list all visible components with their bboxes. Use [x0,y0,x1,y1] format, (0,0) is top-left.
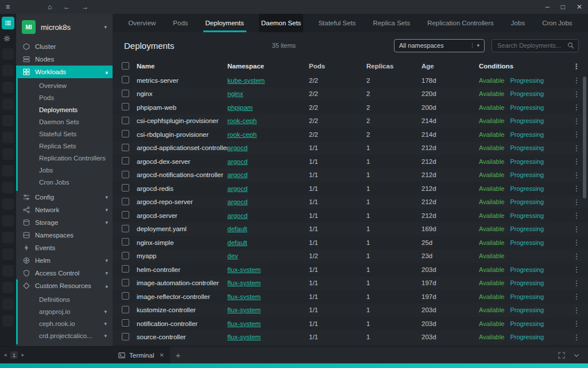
namespace-link[interactable]: rook-ceph [227,117,257,124]
row-checkbox[interactable] [122,306,129,313]
table-row[interactable]: argocd-dex-serverargocd1/11212dAvailable… [113,155,588,168]
condition-available[interactable]: Available [479,198,504,205]
tab-deployments[interactable]: Deployments [203,14,246,32]
row-menu-kebab-icon[interactable]: ⋮ [570,144,583,152]
table-row[interactable]: argocd-redisargocd1/11212dAvailableProgr… [113,182,588,195]
condition-available[interactable]: Available [479,131,504,138]
condition-available[interactable]: Available [479,144,504,151]
condition-progressing[interactable]: Progressing [510,306,544,313]
namespace-link[interactable]: argocd [227,171,247,178]
table-row[interactable]: helm-controllerflux-system1/11203dAvaila… [113,263,588,277]
condition-progressing[interactable]: Progressing [510,131,544,138]
namespace-link[interactable]: flux-system [227,306,261,313]
condition-progressing[interactable]: Progressing [510,293,544,300]
tab-jobs[interactable]: Jobs [509,14,527,32]
sidebar-item-namespaces[interactable]: Namespaces [16,229,113,241]
terminal-close-icon[interactable]: ✕ [159,352,164,358]
condition-progressing[interactable]: Progressing [510,279,544,286]
table-scrollbar[interactable] [583,76,586,198]
column-replicas[interactable]: Replicas [366,63,421,70]
row-menu-kebab-icon[interactable]: ⋮ [570,103,583,112]
namespace-link[interactable]: argocd [227,212,247,219]
maximize-button[interactable]: □ [555,0,571,14]
page-prev-icon[interactable]: ◄ [3,352,7,358]
sidebar-subitem-pods[interactable]: Pods [16,92,113,104]
table-row[interactable]: argocd-repo-serverargocd1/11212dAvailabl… [113,195,588,209]
namespace-link[interactable]: argocd [227,185,247,192]
condition-available[interactable]: Available [479,90,504,97]
row-checkbox[interactable] [122,144,129,151]
catalog-button[interactable] [2,17,14,29]
row-checkbox[interactable] [122,198,129,205]
row-menu-kebab-icon[interactable]: ⋮ [570,157,583,166]
column-conditions[interactable]: Conditions [479,63,570,70]
close-button[interactable]: ✕ [571,0,588,14]
condition-available[interactable]: Available [479,104,504,111]
row-menu-kebab-icon[interactable]: ⋮ [570,333,583,342]
condition-available[interactable]: Available [479,77,504,84]
search-input[interactable] [496,41,567,49]
tab-replica-sets[interactable]: Replica Sets [371,14,413,32]
row-menu-kebab-icon[interactable]: ⋮ [570,319,583,328]
column-namespace[interactable]: Namespace [227,63,309,70]
table-row[interactable]: deployment.yamldefault1/11169dAvailableP… [113,223,588,236]
row-checkbox[interactable] [122,103,129,110]
row-checkbox[interactable] [122,90,129,97]
condition-available[interactable]: Available [479,320,504,327]
table-row[interactable]: csi-cephfsplugin-provisionerrook-ceph2/2… [113,114,588,128]
row-menu-kebab-icon[interactable]: ⋮ [570,130,583,139]
page-next-icon[interactable]: ► [21,352,25,358]
row-checkbox[interactable] [122,265,129,273]
sidebar-subitem-cron-jobs[interactable]: Cron Jobs [16,177,113,189]
sidebar-subitem-stateful-sets[interactable]: Stateful Sets [16,128,113,140]
row-checkbox[interactable] [122,130,129,137]
sidebar-subitem-crd-projectcalico[interactable]: crd.projectcalico...▾ [16,330,113,342]
sidebar-subitem-replication-controllers[interactable]: Replication Controllers [16,152,113,164]
forward-icon[interactable]: → [76,0,94,14]
table-row[interactable]: image-automation-controllerflux-system1/… [113,277,588,290]
namespace-link[interactable]: flux-system [227,293,261,300]
condition-available[interactable]: Available [479,239,504,246]
namespace-link[interactable]: argocd [227,144,247,151]
namespace-link[interactable]: flux-system [227,334,261,340]
condition-progressing[interactable]: Progressing [510,144,544,151]
condition-progressing[interactable]: Progressing [510,225,544,232]
sidebar-item-network[interactable]: Network▾ [16,204,113,216]
row-menu-kebab-icon[interactable]: ⋮ [570,211,583,220]
table-row[interactable]: image-reflector-controllerflux-system1/1… [113,290,588,304]
row-checkbox[interactable] [122,279,129,286]
condition-progressing[interactable]: Progressing [510,171,544,178]
column-pods[interactable]: Pods [309,63,366,70]
row-checkbox[interactable] [122,333,129,340]
sidebar-item-workloads[interactable]: Workloads▴ [16,66,113,78]
row-checkbox[interactable] [122,117,129,124]
expand-dock-icon[interactable] [558,352,565,359]
row-checkbox[interactable] [122,211,129,218]
namespace-link[interactable]: argocd [227,158,247,165]
table-row[interactable]: kustomize-controllerflux-system1/11203dA… [113,304,588,317]
collapse-dock-icon[interactable] [573,352,580,359]
minimize-button[interactable]: – [540,0,555,14]
row-checkbox[interactable] [122,252,129,259]
table-row[interactable]: csi-rbdplugin-provisionerrook-ceph2/2221… [113,128,588,141]
sidebar-item-custom-resources[interactable]: Custom Resources▴ [16,279,113,292]
row-checkbox[interactable] [122,184,129,191]
tab-stateful-sets[interactable]: Stateful Sets [316,14,358,32]
condition-progressing[interactable]: Progressing [510,334,544,340]
terminal-tab[interactable]: Terminal ✕ [113,347,170,363]
app-menu-icon[interactable]: ≡ [0,0,16,14]
sidebar-item-nodes[interactable]: Nodes [16,53,113,66]
row-menu-kebab-icon[interactable]: ⋮ [570,252,583,260]
row-checkbox[interactable] [122,292,129,300]
condition-available[interactable]: Available [479,334,504,340]
cluster-switcher[interactable]: MI microk8s ▾ [16,14,113,40]
condition-available[interactable]: Available [479,158,504,165]
row-checkbox[interactable] [122,76,129,83]
namespace-link[interactable]: default [227,225,247,232]
row-menu-kebab-icon[interactable]: ⋮ [570,238,583,247]
row-checkbox[interactable] [122,238,129,246]
row-menu-kebab-icon[interactable]: ⋮ [570,184,583,193]
sidebar-subitem-argoproj-io[interactable]: argoproj.io▾ [16,306,113,318]
condition-progressing[interactable]: Progressing [510,158,544,165]
condition-progressing[interactable]: Progressing [510,90,544,97]
